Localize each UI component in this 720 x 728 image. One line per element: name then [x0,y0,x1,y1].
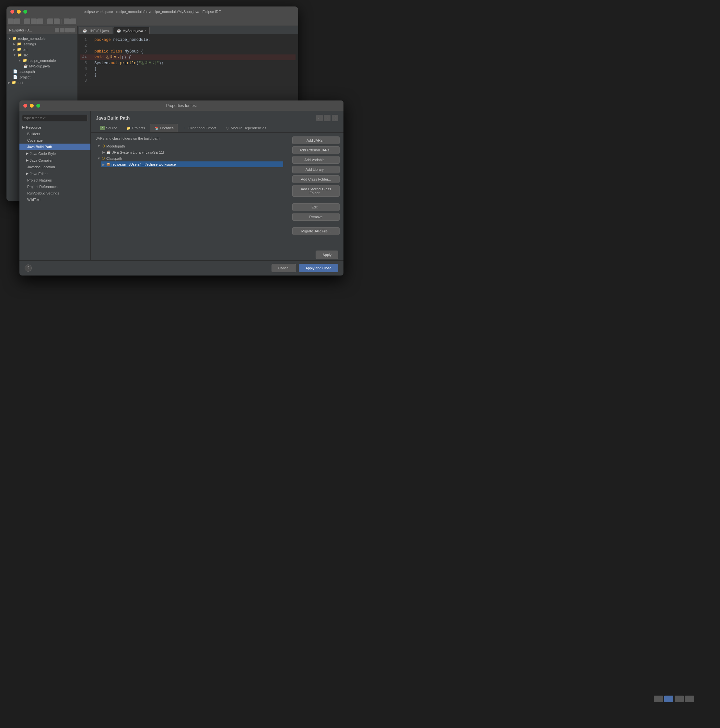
sidebar-expand-icon-jcs: ▶ [26,151,29,156]
libraries-buttons: Add JARs... Add External JARs... Add Var… [288,133,344,248]
tree-item-test[interactable]: ▶ 📁 test [6,80,78,85]
tree-item-src[interactable]: ▼ 📁 src [6,52,78,58]
pkg-name: recipe_nomodule; [113,38,150,42]
tab-projects-label: Projects [132,126,145,130]
tree-item-project[interactable]: ▼ 📁 recipe_nomodule [6,36,78,41]
toolbar-btn-8[interactable] [64,18,70,24]
sidebar-item-run-debug[interactable]: Run/Debug Settings [20,190,90,196]
remove-button[interactable]: Remove [292,213,339,221]
sidebar-item-wikitext[interactable]: WikiText [20,196,90,203]
dialog-content-header: Java Build Path ← → ⋮ [91,111,344,121]
dialog-content: Java Build Path ← → ⋮ S Source 📁 Project… [91,111,344,260]
apply-and-close-button[interactable]: Apply and Close [299,264,338,272]
add-library-button[interactable]: Add Library... [292,166,339,173]
line-num-1: 1 [80,37,87,43]
tree-item-recipe-nomodule[interactable]: ▼ 📁 recipe_nomodule [6,58,78,63]
tree-item-project-file[interactable]: 📄 .project [6,74,78,80]
sidebar-jc-label: Java Compiler [30,159,52,162]
close-button[interactable] [11,10,14,14]
nav-back-btn[interactable]: ← [316,115,323,121]
nav-more-btn[interactable]: ⋮ [332,115,338,121]
sidebar-item-builders[interactable]: Builders [20,131,90,137]
tree-item-bin[interactable]: ▶ 📁 bin [6,47,78,52]
minimize-button[interactable] [17,10,21,14]
tree-item-classpath[interactable]: 📄 .classpath [6,69,78,74]
panel-header: Navigator (D... [6,26,78,34]
sidebar-item-java-compiler[interactable]: ▶ Java Compiler [20,157,90,164]
add-class-folder-button[interactable]: Add Class Folder... [292,175,339,183]
cancel-button[interactable]: Cancel [272,264,296,272]
classpath-icon: ⬡ [102,156,105,161]
nav-forward-btn[interactable]: → [324,115,330,121]
editor-tab-libex01[interactable]: ☕ LibEx01.java [79,27,112,34]
toolbar-btn-3[interactable] [24,18,30,24]
toolbar-btn-7[interactable] [54,18,60,24]
sidebar-item-java-editor[interactable]: ▶ Java Editor [20,170,90,177]
mysoup-tab-label: MySoup.java [122,29,143,33]
mini-box-3 [675,696,684,702]
add-variable-button[interactable]: Add Variable... [292,156,339,164]
lib-tree-modulepath[interactable]: ▼ ⬡ Modulepath [96,143,283,149]
tab-source[interactable]: S Source [96,124,122,132]
sidebar-javadoc-label: Javadoc Location [27,165,55,169]
panel-nav-btn-4[interactable] [70,28,75,32]
panel-nav-btn-1[interactable] [55,28,59,32]
kw-package: package [94,38,110,42]
sidebar-item-java-build-path[interactable]: Java Build Path [20,144,90,150]
line-num-5: 5 [80,60,87,66]
maximize-button[interactable] [23,10,27,14]
lib-tree-recipe-jar[interactable]: ▶ 📦 recipe.jar - /Users/[...]/eclipse-wo… [101,161,283,167]
add-jars-button[interactable]: Add JARs... [292,136,339,144]
editor-tab-mysoup[interactable]: ☕ MySoup.java × [113,27,150,34]
lib-tree-classpath[interactable]: ▼ ⬡ Classpath [96,155,283,161]
toolbar-btn-4[interactable] [31,18,37,24]
modulepath-icon: ⬡ [102,144,105,148]
mini-box-1 [654,696,663,702]
line-num-6: 6 [80,66,87,72]
tree-item-mysoup[interactable]: ☕ MySoup.java [6,63,78,69]
sidebar-filter-input[interactable] [22,115,88,121]
str-val: "김치찌개" [139,61,159,66]
sidebar-item-java-code-style[interactable]: ▶ Java Code Style [20,150,90,157]
apply-button[interactable]: Apply [316,251,338,259]
migrate-jar-button[interactable]: Migrate JAR File... [292,227,339,235]
dialog-minimize-button[interactable] [30,104,34,108]
lib-tree-jre[interactable]: ▶ ☕ JRE System Library [JavaSE-11] [101,149,283,155]
sidebar-item-project-natures[interactable]: Project Natures [20,177,90,184]
module-icon: ⬡ [225,126,229,130]
panel-nav-btn-2[interactable] [60,28,64,32]
toolbar-btn-1[interactable] [8,18,14,24]
tab-projects[interactable]: 📁 Projects [122,124,149,132]
dialog-title: Properties for test [166,103,197,108]
add-external-jars-button[interactable]: Add External JARs... [292,146,339,154]
sidebar-item-coverage[interactable]: Coverage [20,137,90,144]
toolbar-btn-5[interactable] [37,18,43,24]
tree-arrow-project: ▼ [8,37,11,40]
toolbar-btn-2[interactable] [14,18,20,24]
libex01-tab-label: LibEx01.java [89,29,109,33]
header-nav: ← → ⋮ [316,115,338,121]
panel-nav-btn-3[interactable] [65,28,70,32]
tree-arrow-test: ▶ [8,81,11,84]
help-button[interactable]: ? [24,265,32,272]
tab-order-export[interactable]: ↕ Order and Export [179,124,220,132]
dialog-maximize-button[interactable] [36,104,40,108]
sidebar-java-build-path-label: Java Build Path [27,145,52,149]
toolbar-btn-9[interactable] [70,18,76,24]
tab-libraries[interactable]: 📚 Libraries [150,124,178,132]
sidebar-item-javadoc[interactable]: Javadoc Location [20,164,90,170]
sidebar-item-resource[interactable]: ▶ Resource [20,124,90,131]
add-external-class-folder-button[interactable]: Add External Class Folder... [292,185,339,197]
fn-name: 김치찌개 [106,55,122,60]
toolbar-btn-6[interactable] [47,18,53,24]
code-line-5: 5 System.out.println("김치찌개"); [80,60,295,66]
mysoup-tab-close[interactable]: × [145,29,147,32]
tree-item-settings[interactable]: ▶ 📁 .settings [6,41,78,47]
sidebar-item-project-references[interactable]: Project References [20,184,90,190]
dialog-close-button[interactable] [23,104,27,108]
tab-module-deps[interactable]: ⬡ Module Dependencies [221,124,270,132]
sidebar-coverage-label: Coverage [27,138,43,142]
java-icon-mysoup-tab: ☕ [117,29,121,33]
eclipse-toolbar [6,17,298,26]
edit-button[interactable]: Edit... [292,203,339,211]
